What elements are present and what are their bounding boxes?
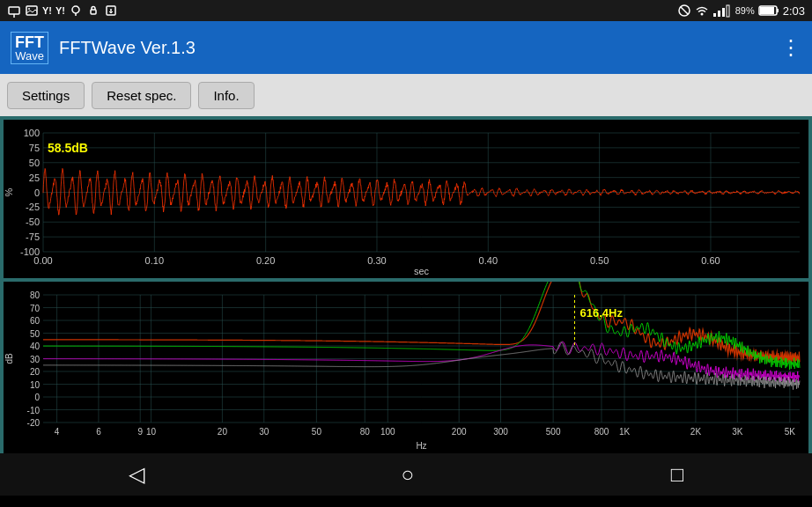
- wave-text: Wave: [15, 50, 44, 62]
- svg-point-3: [28, 8, 30, 10]
- notification-icon: [69, 4, 83, 18]
- wave-chart: [4, 120, 808, 278]
- recent-button[interactable]: □: [671, 462, 684, 487]
- svg-rect-2: [26, 6, 37, 15]
- status-bar: Y! Y! 89% 2:03: [0, 0, 812, 21]
- toolbar: Settings Reset spec. Info.: [0, 74, 812, 116]
- status-icons-left: Y! Y!: [7, 4, 118, 18]
- svg-line-10: [681, 7, 688, 14]
- back-button[interactable]: ◁: [129, 462, 144, 487]
- signal-icon: [712, 4, 732, 18]
- download-icon: [104, 4, 118, 18]
- gallery-icon: [25, 4, 39, 18]
- reset-spec-button[interactable]: Reset spec.: [92, 82, 191, 109]
- home-button[interactable]: ○: [401, 462, 414, 487]
- app-bar: FFT Wave FFTWave Ver.1.3 ⋮: [0, 21, 812, 74]
- wifi-calling-icon: [7, 4, 21, 18]
- svg-rect-17: [760, 7, 774, 14]
- svg-rect-6: [91, 10, 96, 14]
- spectrum-canvas: [4, 282, 808, 453]
- wifi-icon: [695, 4, 709, 18]
- battery-icon: [758, 4, 779, 17]
- svg-point-11: [700, 13, 703, 16]
- svg-rect-13: [718, 11, 720, 17]
- menu-button[interactable]: ⋮: [780, 35, 801, 60]
- app-title: FFTWave Ver.1.3: [59, 38, 196, 58]
- info-button[interactable]: Info.: [198, 82, 254, 109]
- time-display: 2:03: [783, 4, 805, 18]
- status-icons-right: 89% 2:03: [677, 4, 805, 18]
- svg-point-4: [72, 6, 79, 13]
- status-icon-y2: Y!: [55, 5, 65, 16]
- nav-bar: ◁ ○ □: [0, 453, 812, 496]
- charts-area: [0, 116, 812, 453]
- battery-text: 89%: [735, 5, 755, 16]
- settings-button[interactable]: Settings: [7, 82, 85, 109]
- wave-canvas: [4, 120, 808, 278]
- no-sim-icon: [677, 4, 691, 18]
- svg-rect-18: [777, 9, 779, 12]
- svg-rect-15: [727, 5, 729, 17]
- status-icon-y1: Y!: [42, 5, 52, 16]
- fft-logo: FFT Wave: [11, 32, 48, 64]
- svg-rect-0: [9, 7, 19, 14]
- vpn-icon: [86, 4, 100, 18]
- svg-rect-12: [713, 13, 716, 17]
- fft-text: FFT: [15, 34, 44, 50]
- spectrum-chart: [4, 282, 808, 453]
- app-bar-left: FFT Wave FFTWave Ver.1.3: [11, 32, 196, 64]
- svg-rect-14: [722, 8, 725, 17]
